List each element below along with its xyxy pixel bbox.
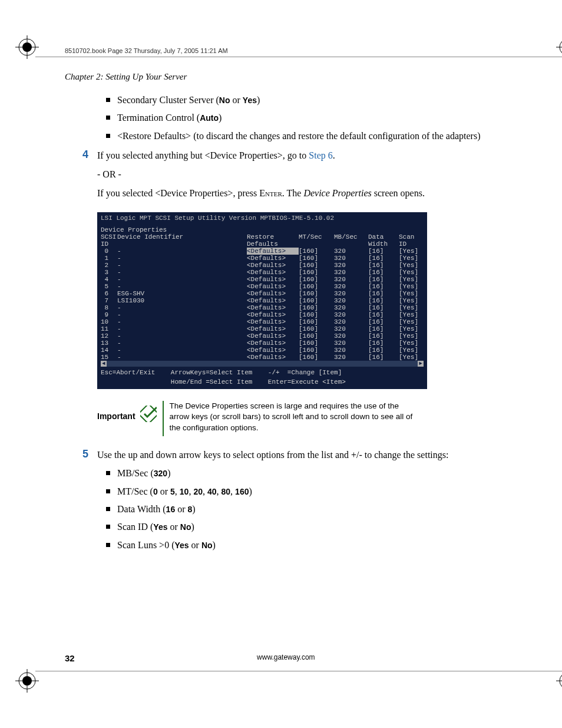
table-row[interactable]: 14-<Defaults>[160]320[16][Yes]: [101, 347, 424, 354]
table-row[interactable]: 4-<Defaults>[160]320[16][Yes]: [101, 276, 424, 283]
step-4: 4 If you selected anything but <Device P…: [82, 149, 497, 163]
bullet-icon: [106, 543, 110, 547]
table-row[interactable]: 15-<Defaults>[160]320[16][Yes]: [101, 354, 424, 361]
table-row[interactable]: 12-<Defaults>[160]320[16][Yes]: [101, 332, 424, 340]
important-label: Important: [97, 401, 135, 421]
table-row[interactable]: 9-<Defaults>[160]320[16][Yes]: [101, 311, 424, 318]
bullet-icon: [106, 525, 110, 529]
crop-rule-top: [35, 57, 562, 57]
screenshot-footer: Home/End =Select Item Enter=Execute <Ite…: [101, 378, 424, 386]
step-5-bullets: MB/Sec (320)MT/Sec (0 or 5, 10, 20, 40, …: [106, 467, 497, 552]
svg-rect-16: [140, 406, 157, 422]
chapter-title: Chapter 2: Setting Up Your Server: [65, 72, 497, 82]
crop-mark-icon: [556, 669, 562, 693]
page-number: 32: [65, 653, 75, 663]
divider: [163, 401, 164, 436]
bullet-item: Termination Control (Auto): [106, 111, 497, 124]
enter-key: Enter: [259, 188, 282, 198]
crop-mark-icon: [15, 669, 39, 693]
bullet-icon: [106, 507, 110, 511]
table-row[interactable]: 11-<Defaults>[160]320[16][Yes]: [101, 325, 424, 332]
bullet-icon: [106, 98, 110, 102]
table-row[interactable]: 10-<Defaults>[160]320[16][Yes]: [101, 318, 424, 325]
screenshot-title: LSI Logic MPT SCSI Setup Utility Version…: [101, 215, 424, 222]
crop-mark-icon: [556, 35, 562, 59]
footer-url: www.gateway.com: [75, 653, 497, 663]
step-4-alt: If you selected <Device Properties>, pre…: [97, 186, 497, 200]
table-header-row: SCSIDevice IdentifierRestoreMT/SecMB/Sec…: [101, 233, 424, 241]
step-5: 5 Use the up and down arrow keys to sele…: [82, 448, 497, 462]
screenshot-footer: Esc=Abort/Exit ArrowKeys=Select Item -/+…: [101, 369, 424, 376]
table-row[interactable]: 8-<Defaults>[160]320[16][Yes]: [101, 304, 424, 311]
horizontal-scrollbar[interactable]: ◄ ►: [101, 361, 424, 367]
table-row[interactable]: 1-<Defaults>[160]320[16][Yes]: [101, 255, 424, 262]
important-text: The Device Properties screen is large an…: [170, 401, 417, 433]
bullet-item: MT/Sec (0 or 5, 10, 20, 40, 80, 160): [106, 485, 497, 498]
bullet-item: Secondary Cluster Server (No or Yes): [106, 94, 497, 107]
bullet-icon: [106, 471, 110, 475]
device-properties-screenshot: LSI Logic MPT SCSI Setup Utility Version…: [97, 212, 427, 389]
scroll-right-icon[interactable]: ►: [418, 361, 424, 367]
bullet-icon: [106, 489, 110, 493]
checkmark-icon: [140, 406, 157, 422]
table-header-row: IDDefaultsWidthID: [101, 241, 424, 248]
page-header: 8510702.book Page 32 Thursday, July 7, 2…: [65, 47, 497, 54]
crop-mark-icon: [15, 35, 39, 59]
bullet-item: MB/Sec (320): [106, 467, 497, 480]
important-callout: Important The Device Properties screen i…: [97, 401, 497, 436]
bullet-item: Scan Luns >0 (Yes or No): [106, 539, 497, 552]
table-row[interactable]: 13-<Defaults>[160]320[16][Yes]: [101, 340, 424, 347]
table-row[interactable]: 2-<Defaults>[160]320[16][Yes]: [101, 262, 424, 269]
scroll-left-icon[interactable]: ◄: [101, 361, 107, 367]
table-row[interactable]: 6ESG-SHV<Defaults>[160]320[16][Yes]: [101, 290, 424, 297]
step-number: 5: [82, 448, 97, 462]
bullet-icon: [106, 116, 110, 120]
table-row[interactable]: 3-<Defaults>[160]320[16][Yes]: [101, 269, 424, 276]
step-number: 4: [82, 149, 97, 163]
link-step-6[interactable]: Step 6: [309, 150, 332, 160]
table-row[interactable]: 0-<Defaults>[160]320[16][Yes]: [101, 248, 424, 255]
table-row[interactable]: 7LSI1030<Defaults>[160]320[16][Yes]: [101, 297, 424, 304]
table-row[interactable]: 5-<Defaults>[160]320[16][Yes]: [101, 283, 424, 290]
crop-rule-bottom: [35, 671, 562, 671]
bullet-item: <Restore Defaults> (to discard the chang…: [106, 130, 497, 143]
step-or: - OR -: [97, 167, 497, 182]
page-footer: 32 www.gateway.com: [65, 653, 497, 663]
bullet-item: Scan ID (Yes or No): [106, 521, 497, 533]
pre-bullet-list: Secondary Cluster Server (No or Yes) Ter…: [106, 94, 497, 143]
screenshot-subtitle: Device Properties: [101, 226, 424, 233]
bullet-item: Data Width (16 or 8): [106, 503, 497, 516]
bullet-icon: [106, 134, 110, 138]
